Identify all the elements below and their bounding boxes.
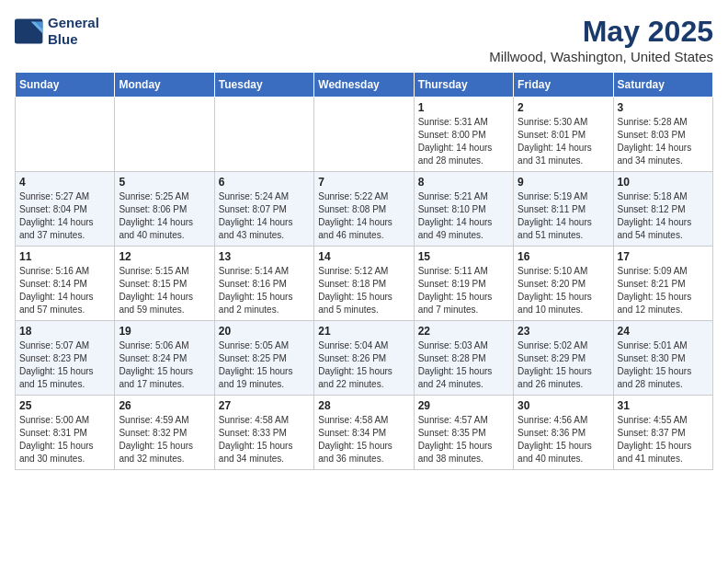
calendar-cell: 19Sunrise: 5:06 AM Sunset: 8:24 PM Dayli…: [115, 321, 214, 396]
day-detail: Sunrise: 5:31 AM Sunset: 8:00 PM Dayligh…: [418, 116, 509, 167]
calendar-cell: 18Sunrise: 5:07 AM Sunset: 8:23 PM Dayli…: [16, 321, 115, 396]
day-number: 4: [19, 176, 110, 189]
weekday-header-friday: Friday: [514, 73, 613, 98]
calendar-cell: 23Sunrise: 5:02 AM Sunset: 8:29 PM Dayli…: [514, 321, 613, 396]
day-detail: Sunrise: 5:07 AM Sunset: 8:23 PM Dayligh…: [19, 339, 110, 391]
calendar-cell: 31Sunrise: 4:55 AM Sunset: 8:37 PM Dayli…: [613, 396, 712, 470]
calendar-cell: [214, 98, 313, 172]
day-number: 9: [518, 176, 609, 189]
day-number: 20: [219, 325, 310, 338]
day-number: 24: [618, 325, 709, 338]
weekday-header-tuesday: Tuesday: [214, 73, 313, 98]
calendar-cell: 6Sunrise: 5:24 AM Sunset: 8:07 PM Daylig…: [214, 172, 313, 247]
day-detail: Sunrise: 5:19 AM Sunset: 8:11 PM Dayligh…: [518, 190, 609, 242]
calendar-cell: 8Sunrise: 5:21 AM Sunset: 8:10 PM Daylig…: [414, 172, 513, 247]
calendar-cell: 1Sunrise: 5:31 AM Sunset: 8:00 PM Daylig…: [414, 98, 513, 172]
calendar-cell: 22Sunrise: 5:03 AM Sunset: 8:28 PM Dayli…: [414, 321, 513, 396]
day-number: 11: [19, 250, 110, 263]
page-header: General Blue May 2025 Millwood, Washingt…: [15, 15, 713, 64]
day-number: 15: [418, 250, 509, 263]
calendar-cell: 17Sunrise: 5:09 AM Sunset: 8:21 PM Dayli…: [613, 247, 712, 321]
day-number: 31: [618, 399, 709, 412]
calendar-cell: 5Sunrise: 5:25 AM Sunset: 8:06 PM Daylig…: [115, 172, 214, 247]
logo: General Blue: [15, 15, 99, 48]
calendar-week-3: 11Sunrise: 5:16 AM Sunset: 8:14 PM Dayli…: [16, 247, 713, 321]
day-number: 30: [518, 399, 609, 412]
calendar-cell: 30Sunrise: 4:56 AM Sunset: 8:36 PM Dayli…: [514, 396, 613, 470]
day-number: 10: [618, 176, 709, 189]
calendar-cell: 4Sunrise: 5:27 AM Sunset: 8:04 PM Daylig…: [16, 172, 115, 247]
calendar-cell: 10Sunrise: 5:18 AM Sunset: 8:12 PM Dayli…: [613, 172, 712, 247]
day-number: 25: [19, 399, 110, 412]
day-detail: Sunrise: 5:12 AM Sunset: 8:18 PM Dayligh…: [318, 265, 409, 316]
day-number: 28: [318, 399, 409, 412]
day-detail: Sunrise: 5:15 AM Sunset: 8:15 PM Dayligh…: [119, 265, 210, 316]
day-detail: Sunrise: 5:16 AM Sunset: 8:14 PM Dayligh…: [19, 265, 110, 316]
day-detail: Sunrise: 5:00 AM Sunset: 8:31 PM Dayligh…: [19, 414, 110, 465]
calendar-cell: 14Sunrise: 5:12 AM Sunset: 8:18 PM Dayli…: [314, 247, 414, 321]
day-detail: Sunrise: 5:10 AM Sunset: 8:20 PM Dayligh…: [518, 265, 609, 316]
day-detail: Sunrise: 4:56 AM Sunset: 8:36 PM Dayligh…: [518, 414, 609, 465]
day-detail: Sunrise: 5:18 AM Sunset: 8:12 PM Dayligh…: [618, 190, 709, 242]
weekday-header-row: SundayMondayTuesdayWednesdayThursdayFrid…: [16, 73, 713, 98]
calendar-cell: 15Sunrise: 5:11 AM Sunset: 8:19 PM Dayli…: [414, 247, 513, 321]
calendar-cell: 11Sunrise: 5:16 AM Sunset: 8:14 PM Dayli…: [16, 247, 115, 321]
day-number: 13: [219, 250, 310, 263]
calendar-week-4: 18Sunrise: 5:07 AM Sunset: 8:23 PM Dayli…: [16, 321, 713, 396]
day-number: 7: [318, 176, 409, 189]
calendar-cell: 24Sunrise: 5:01 AM Sunset: 8:30 PM Dayli…: [613, 321, 712, 396]
day-detail: Sunrise: 5:27 AM Sunset: 8:04 PM Dayligh…: [19, 190, 110, 242]
day-number: 17: [618, 250, 709, 263]
calendar-cell: 13Sunrise: 5:14 AM Sunset: 8:16 PM Dayli…: [214, 247, 313, 321]
calendar-cell: 16Sunrise: 5:10 AM Sunset: 8:20 PM Dayli…: [514, 247, 613, 321]
day-number: 8: [418, 176, 509, 189]
calendar-cell: 27Sunrise: 4:58 AM Sunset: 8:33 PM Dayli…: [214, 396, 313, 470]
calendar-cell: 20Sunrise: 5:05 AM Sunset: 8:25 PM Dayli…: [214, 321, 313, 396]
day-number: 19: [119, 325, 210, 338]
calendar-cell: 28Sunrise: 4:58 AM Sunset: 8:34 PM Dayli…: [314, 396, 414, 470]
day-detail: Sunrise: 5:11 AM Sunset: 8:19 PM Dayligh…: [418, 265, 509, 316]
weekday-header-saturday: Saturday: [613, 73, 712, 98]
calendar-cell: 3Sunrise: 5:28 AM Sunset: 8:03 PM Daylig…: [613, 98, 712, 172]
day-number: 22: [418, 325, 509, 338]
calendar-cell: 21Sunrise: 5:04 AM Sunset: 8:26 PM Dayli…: [314, 321, 414, 396]
calendar-cell: 25Sunrise: 5:00 AM Sunset: 8:31 PM Dayli…: [16, 396, 115, 470]
day-detail: Sunrise: 4:59 AM Sunset: 8:32 PM Dayligh…: [119, 414, 210, 465]
title-block: May 2025 Millwood, Washington, United St…: [489, 15, 713, 64]
day-detail: Sunrise: 5:30 AM Sunset: 8:01 PM Dayligh…: [518, 116, 609, 167]
page-subtitle: Millwood, Washington, United States: [489, 49, 713, 64]
weekday-header-sunday: Sunday: [16, 73, 115, 98]
weekday-header-monday: Monday: [115, 73, 214, 98]
calendar-cell: 2Sunrise: 5:30 AM Sunset: 8:01 PM Daylig…: [514, 98, 613, 172]
day-number: 1: [418, 101, 509, 114]
calendar-week-1: 1Sunrise: 5:31 AM Sunset: 8:00 PM Daylig…: [16, 98, 713, 172]
day-detail: Sunrise: 4:55 AM Sunset: 8:37 PM Dayligh…: [618, 414, 709, 465]
calendar-header: SundayMondayTuesdayWednesdayThursdayFrid…: [16, 73, 713, 98]
weekday-header-wednesday: Wednesday: [314, 73, 414, 98]
day-detail: Sunrise: 5:06 AM Sunset: 8:24 PM Dayligh…: [119, 339, 210, 391]
day-detail: Sunrise: 5:05 AM Sunset: 8:25 PM Dayligh…: [219, 339, 310, 391]
calendar-cell: 12Sunrise: 5:15 AM Sunset: 8:15 PM Dayli…: [115, 247, 214, 321]
day-detail: Sunrise: 5:04 AM Sunset: 8:26 PM Dayligh…: [318, 339, 409, 391]
calendar-cell: 29Sunrise: 4:57 AM Sunset: 8:35 PM Dayli…: [414, 396, 513, 470]
calendar-week-2: 4Sunrise: 5:27 AM Sunset: 8:04 PM Daylig…: [16, 172, 713, 247]
day-number: 21: [318, 325, 409, 338]
day-detail: Sunrise: 4:58 AM Sunset: 8:33 PM Dayligh…: [219, 414, 310, 465]
logo-icon: [15, 18, 44, 44]
day-detail: Sunrise: 5:22 AM Sunset: 8:08 PM Dayligh…: [318, 190, 409, 242]
day-detail: Sunrise: 5:21 AM Sunset: 8:10 PM Dayligh…: [418, 190, 509, 242]
day-number: 23: [518, 325, 609, 338]
day-number: 29: [418, 399, 509, 412]
calendar-cell: 9Sunrise: 5:19 AM Sunset: 8:11 PM Daylig…: [514, 172, 613, 247]
day-detail: Sunrise: 4:58 AM Sunset: 8:34 PM Dayligh…: [318, 414, 409, 465]
day-detail: Sunrise: 5:14 AM Sunset: 8:16 PM Dayligh…: [219, 265, 310, 316]
page-title: May 2025: [489, 15, 713, 49]
weekday-header-thursday: Thursday: [414, 73, 513, 98]
day-number: 5: [119, 176, 210, 189]
calendar-body: 1Sunrise: 5:31 AM Sunset: 8:00 PM Daylig…: [16, 98, 713, 470]
day-number: 12: [119, 250, 210, 263]
day-detail: Sunrise: 4:57 AM Sunset: 8:35 PM Dayligh…: [418, 414, 509, 465]
day-detail: Sunrise: 5:03 AM Sunset: 8:28 PM Dayligh…: [418, 339, 509, 391]
calendar-table: SundayMondayTuesdayWednesdayThursdayFrid…: [15, 72, 713, 470]
day-number: 3: [618, 101, 709, 114]
